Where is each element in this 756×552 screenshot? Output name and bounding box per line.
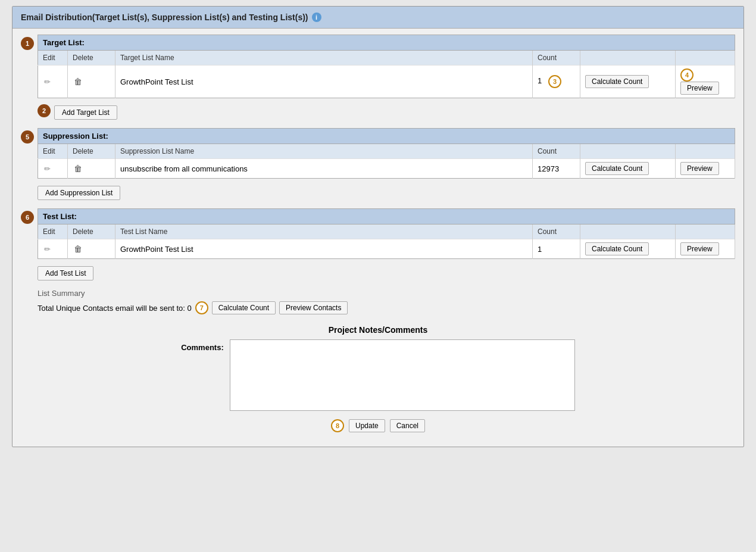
col-action1 [580,144,676,159]
target-delete-button[interactable]: 🗑 [73,76,83,88]
target-preview-button[interactable]: Preview [680,82,719,95]
target-calculate-cell: Calculate Count [580,66,676,98]
col-action1 [580,51,676,66]
update-button[interactable]: Update [349,419,385,432]
test-delete-button[interactable]: 🗑 [73,243,83,255]
add-test-list-button[interactable]: Add Test List [38,266,93,280]
test-count-cell: 1 [533,239,580,259]
test-calculate-count-button[interactable]: Calculate Count [585,242,649,255]
test-preview-button[interactable]: Preview [680,242,719,255]
info-icon[interactable]: i [312,13,321,22]
test-delete-cell: 🗑 [68,239,115,259]
test-list-header: Test List: [38,208,735,224]
step-badge-6: 6 [21,211,34,224]
suppression-delete-cell: 🗑 [68,159,115,179]
suppression-list-table: Edit Delete Suppression List Name Count … [38,144,735,179]
col-name: Test List Name [115,224,533,239]
page-title: Email Distribution(Target List(s), Suppr… [21,13,308,22]
col-delete: Delete [68,224,115,239]
col-edit: Edit [38,51,68,66]
col-name: Suppression List Name [115,144,533,159]
project-notes-section: Project Notes/Comments Comments: [21,325,735,411]
target-list-header: Target List: [38,35,735,51]
test-calculate-cell: Calculate Count [580,239,676,259]
project-notes-title: Project Notes/Comments [21,325,735,335]
page-header: Email Distribution(Target List(s), Suppr… [13,7,743,29]
summary-row: Total Unique Contacts email will be sent… [38,301,735,314]
target-edit-button[interactable]: ✏ [43,76,52,88]
cancel-button[interactable]: Cancel [390,419,425,432]
test-list-table: Edit Delete Test List Name Count ✏ [38,224,735,259]
suppression-list-name-cell: unsubscribe from all communications [115,159,533,179]
col-action2 [676,51,735,66]
main-container: Email Distribution(Target List(s), Suppr… [12,6,744,447]
test-preview-cell: Preview [676,239,735,259]
col-action2 [676,224,735,239]
col-action2 [676,144,735,159]
suppression-list-row: ✏ 🗑 unsubscribe from all communications … [38,159,735,179]
target-list-section: 1 Target List: Edit Delete Target List N… [21,35,735,120]
col-action1 [580,224,676,239]
suppression-calculate-cell: Calculate Count [580,159,676,179]
target-calculate-count-button[interactable]: Calculate Count [585,75,649,88]
target-list-table-header-row: Edit Delete Target List Name Count [38,51,735,66]
test-edit-button[interactable]: ✏ [43,244,52,255]
step-badge-2: 2 [38,104,51,117]
suppression-edit-cell: ✏ [38,159,68,179]
total-contacts-label: Total Unique Contacts email will be sent… [38,304,192,313]
target-edit-cell: ✏ [38,66,68,98]
preview-contacts-button[interactable]: Preview Contacts [279,301,348,314]
col-count: Count [533,224,580,239]
col-count: Count [533,144,580,159]
test-list-section: 6 Test List: Edit Delete Test List Name … [21,208,735,319]
comments-textarea[interactable] [230,339,575,411]
suppression-preview-cell: Preview [676,159,735,179]
target-preview-cell: 4 Preview [676,66,735,98]
badge-8: 8 [331,419,344,432]
col-name: Target List Name [115,51,533,66]
test-list-name-cell: GrowthPoint Test List [115,239,533,259]
col-edit: Edit [38,224,68,239]
suppression-preview-button[interactable]: Preview [680,162,719,175]
suppression-calculate-count-button[interactable]: Calculate Count [585,162,649,175]
add-suppression-list-button[interactable]: Add Suppression List [38,186,120,200]
target-list-name-cell: GrowthPoint Test List [115,66,533,98]
step-badge-1: 1 [21,37,34,50]
col-count: Count [533,51,580,66]
target-list-table: Edit Delete Target List Name Count ✏ [38,51,735,98]
suppression-count-cell: 12973 [533,159,580,179]
list-summary-title: List Summary [38,289,735,298]
test-list-row: ✏ 🗑 GrowthPoint Test List 1 [38,239,735,259]
col-delete: Delete [68,51,115,66]
step-badge-5: 5 [21,130,34,144]
footer-buttons: 8 Update Cancel [21,419,735,441]
col-delete: Delete [68,144,115,159]
badge-4: 4 [680,68,693,82]
suppression-delete-button[interactable]: 🗑 [73,163,83,174]
target-count-cell: 1 3 [533,66,580,98]
suppression-list-section: 5 Suppression List: Edit Delete Suppress… [21,128,735,200]
col-edit: Edit [38,144,68,159]
suppression-list-table-header-row: Edit Delete Suppression List Name Count [38,144,735,159]
badge-7: 7 [195,301,208,314]
add-target-list-button[interactable]: Add Target List [54,105,117,120]
badge-3: 3 [548,75,561,88]
test-edit-cell: ✏ [38,239,68,259]
target-delete-cell: 🗑 [68,66,115,98]
target-list-row: ✏ 🗑 GrowthPoint Test List 1 [38,66,735,98]
suppression-list-header: Suppression List: [38,128,735,144]
comments-label: Comments: [181,339,224,352]
list-summary: List Summary Total Unique Contacts email… [38,284,735,319]
comments-row: Comments: [21,339,735,411]
suppression-edit-button[interactable]: ✏ [43,163,52,174]
test-list-table-header-row: Edit Delete Test List Name Count [38,224,735,239]
summary-calculate-count-button[interactable]: Calculate Count [212,301,276,314]
